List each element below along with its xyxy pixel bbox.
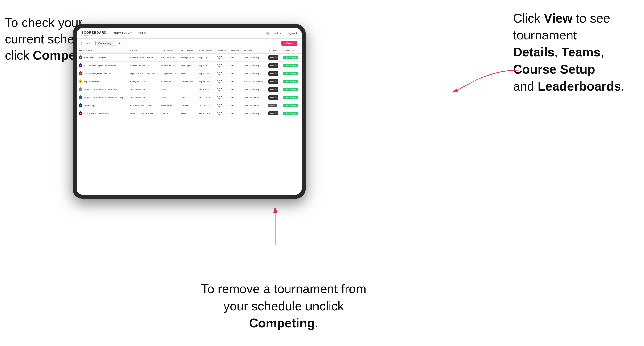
competing-badge[interactable]: Competing ✓ xyxy=(283,64,298,67)
cell-gender: Men xyxy=(229,53,242,61)
cell-actions: View ⓘ xyxy=(266,93,281,101)
event-name-text: Papago Individual xyxy=(84,80,100,83)
cell-scoring: team, Stroke Play xyxy=(242,61,266,69)
competing-badge[interactable]: Competing ✓ xyxy=(283,112,298,115)
view-button[interactable]: View ⓘ xyxy=(268,55,278,60)
event-name-text: Folds of Honor Collegiate xyxy=(84,56,106,59)
cell-actions: View ⓘ xyxy=(266,69,281,77)
cell-city-state: Dallas, TX xyxy=(159,93,180,101)
filter-tab-all[interactable]: All xyxy=(115,41,124,46)
cell-hosted-by: Illinois xyxy=(180,69,197,77)
col-scoring: SCORING xyxy=(242,48,266,53)
cell-gender: Men xyxy=(229,109,242,117)
col-competing: COMPETING xyxy=(281,48,302,53)
cell-division: NCAADivision I xyxy=(215,69,229,77)
tournaments-table-container: EVENT NAME VENUE CITY, STATE HOSTED BY S… xyxy=(76,48,302,195)
cell-gender: Men xyxy=(229,77,242,85)
cell-actions: View ⓘ xyxy=(266,77,281,85)
cell-city-state: Lihue, HI xyxy=(159,109,180,117)
competing-badge[interactable]: Competing ✓ xyxy=(283,104,298,107)
table-row: H John A. Burns Intercollegiate Ocean Co… xyxy=(76,109,302,117)
cell-gender: Men xyxy=(229,69,242,77)
filter-tab-home[interactable]: Home xyxy=(82,41,94,46)
competing-badge[interactable]: Competing ✓ xyxy=(283,72,298,75)
cell-actions: View ⓘ xyxy=(266,61,281,69)
competing-badge[interactable]: Competing ✓ xyxy=(283,56,298,59)
col-event-name: EVENT NAME xyxy=(76,48,128,53)
cell-city-state: Olympia Fields, IL xyxy=(159,69,180,77)
table-row: F Folds of Honor Collegiate American Dun… xyxy=(76,53,302,61)
create-button[interactable]: + Create xyxy=(281,41,297,46)
competing-badge[interactable]: Competing ✓ xyxy=(283,80,298,83)
cell-start-date: Sep 4, 2023 xyxy=(197,53,215,61)
cell-event-name: A Copper Cup xyxy=(76,101,128,109)
cell-hosted-by: Hawaii xyxy=(180,109,197,117)
filter-tab-competing[interactable]: Competing xyxy=(95,41,114,46)
cell-division: NCAADivision I xyxy=(215,93,229,101)
cell-city-state: Maricopa, AZ xyxy=(159,101,180,109)
cell-city-state: Grand Haven, MI xyxy=(159,53,180,61)
nav-tournaments[interactable]: TOURNAMENTS xyxy=(112,32,133,35)
annotation-bottom: To remove a tournament from your schedul… xyxy=(199,280,368,332)
team-logo: J xyxy=(78,95,82,99)
cell-division: NCAADivision I xyxy=(215,77,229,85)
cell-gender: Men xyxy=(229,61,242,69)
header-left: SCOREBOARD Powered by clippi TOURNAMENTS… xyxy=(82,31,148,36)
cell-hosted-by: ABAC xyxy=(180,93,197,101)
filter-tabs: Home Competing All xyxy=(82,41,124,46)
cell-start-date: Sep 18, 2023 xyxy=(197,77,215,85)
cell-start-date: Sep 9, 2023 xyxy=(197,61,215,69)
sign-out-link[interactable]: Sign out xyxy=(288,32,297,35)
table-row: I OFCC Fighting Illini Invitational Olym… xyxy=(76,69,302,77)
view-button[interactable]: View ⓘ xyxy=(268,71,278,76)
table-row: A Copper Cup Ak-Chin Southern DunesMaric… xyxy=(76,101,302,109)
cell-division: NCAADivision I xyxy=(215,109,229,117)
separator: | xyxy=(285,32,286,35)
cell-event-name: W 2023 Sahalee Players Championship xyxy=(76,61,128,69)
tablet-device: SCOREBOARD Powered by clippi TOURNAMENTS… xyxy=(73,24,306,198)
cell-venue: Trinity Forest Golf Club xyxy=(128,85,158,93)
cell-competing: Competing ✓ xyxy=(281,53,302,61)
event-name-text: Jackson T. Stephens Cup – Men's Match Pl… xyxy=(84,96,123,99)
cell-competing: Competing ✓ xyxy=(281,101,302,109)
nav-teams[interactable]: TEAMS xyxy=(138,32,148,35)
competing-badge[interactable]: Competing ✓ xyxy=(283,96,298,99)
cell-competing: Competing ✓ xyxy=(281,61,302,69)
cell-competing: Competing ✓ xyxy=(281,93,302,101)
user-label: Test User xyxy=(272,32,282,35)
col-actions: ACTIONS xyxy=(266,48,281,53)
edit-button[interactable]: ✏ Edit xyxy=(268,104,277,107)
table-row: W 2023 Sahalee Players Championship Saha… xyxy=(76,61,302,69)
cell-competing: Competing ✓ xyxy=(281,69,302,77)
cell-event-name: P Papago Individual xyxy=(76,77,128,85)
tablet-screen: SCOREBOARD Powered by clippi TOURNAMENTS… xyxy=(76,28,302,195)
scoreboard-title: SCOREBOARD xyxy=(82,31,107,34)
tournaments-table: EVENT NAME VENUE CITY, STATE HOSTED BY S… xyxy=(76,48,302,117)
cell-gender: Men xyxy=(229,101,242,109)
cell-competing: Competing ✓ xyxy=(281,109,302,117)
view-button[interactable]: View ⓘ xyxy=(268,95,278,100)
col-city-state: CITY, STATE xyxy=(159,48,180,53)
table-row: P Papago Individual Papago Golf ClubPhoe… xyxy=(76,77,302,85)
view-button[interactable]: View ⓘ xyxy=(268,63,278,68)
annotation-top-right: Click View to see tournament Details, Te… xyxy=(513,10,639,95)
cell-competing: Competing ✓ xyxy=(281,77,302,85)
col-venue: VENUE xyxy=(128,48,158,53)
view-button[interactable]: View ⓘ xyxy=(268,79,278,84)
cell-actions: View ⓘ xyxy=(266,85,281,93)
cell-scoring: team, Stroke Play xyxy=(242,53,266,61)
cell-division: NCAADivision I xyxy=(215,53,229,61)
cell-division: NCAADivision I xyxy=(215,101,229,109)
col-gender: GENDER xyxy=(229,48,242,53)
view-button[interactable]: View ⓘ xyxy=(268,111,278,116)
cell-venue: Sahalee Country Club xyxy=(128,61,158,69)
cell-start-date: Sep 15, 2023 xyxy=(197,69,215,77)
cell-gender: Men xyxy=(229,85,242,93)
cell-scoring: team, Match Play xyxy=(242,93,266,101)
cell-venue: Ak-Chin Southern Dunes xyxy=(128,101,158,109)
cell-city-state: Phoenix, AZ xyxy=(159,77,180,85)
cell-hosted-by: Arizona xyxy=(180,101,197,109)
competing-badge[interactable]: Competing ✓ xyxy=(283,88,298,91)
table-row: J Jackson T. Stephens Cup – Men's Match … xyxy=(76,93,302,101)
view-button[interactable]: View ⓘ xyxy=(268,87,278,92)
